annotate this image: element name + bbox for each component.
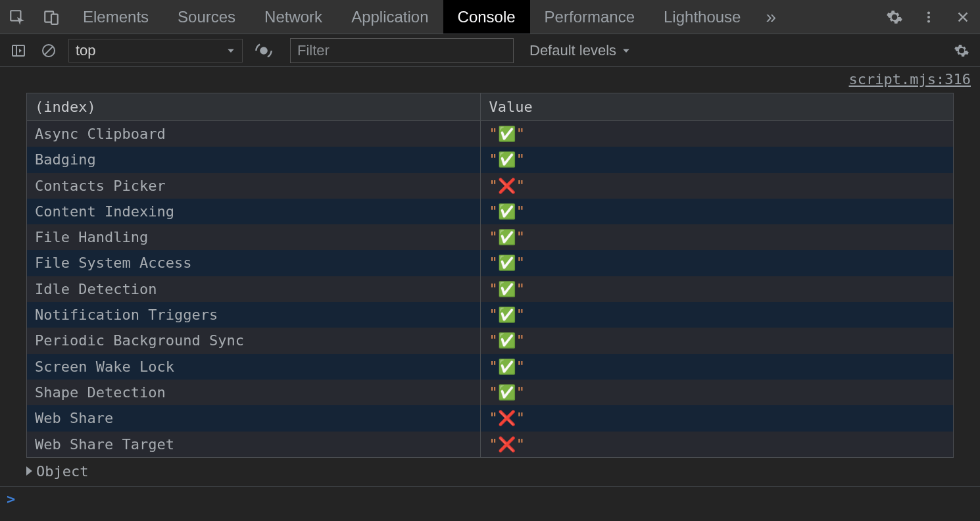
filter-input[interactable] bbox=[290, 38, 514, 63]
table-cell-index: Shape Detection bbox=[27, 380, 481, 405]
table-cell-value: "✅" bbox=[481, 147, 953, 172]
table-cell-value: "❌" bbox=[481, 405, 953, 431]
object-expand-row[interactable]: Object bbox=[26, 460, 980, 486]
table-cell-value: "✅" bbox=[481, 328, 953, 353]
svg-point-5 bbox=[927, 20, 930, 22]
table-cell-value: "✅" bbox=[481, 121, 953, 147]
table-cell-value: "❌" bbox=[481, 432, 953, 457]
table-cell-index: Idle Detection bbox=[27, 276, 481, 302]
table-cell-index: Screen Wake Lock bbox=[27, 354, 481, 380]
clear-console-icon[interactable] bbox=[36, 37, 62, 64]
execution-context-value: top bbox=[76, 42, 96, 59]
tab-sources[interactable]: Sources bbox=[163, 0, 250, 34]
dropdown-caret-icon bbox=[226, 46, 235, 55]
table-row[interactable]: Periodic Background Sync"✅" bbox=[27, 328, 953, 353]
tab-lighthouse[interactable]: Lighthouse bbox=[649, 0, 755, 34]
table-header-index[interactable]: (index) bbox=[27, 93, 481, 121]
table-row[interactable]: Web Share"❌" bbox=[27, 405, 953, 431]
object-label: Object bbox=[36, 463, 88, 480]
table-cell-index: Periodic Background Sync bbox=[27, 328, 481, 353]
dropdown-caret-icon bbox=[622, 46, 631, 55]
table-row[interactable]: Web Share Target"❌" bbox=[27, 432, 953, 457]
tab-elements[interactable]: Elements bbox=[68, 0, 163, 34]
table-cell-value: "✅" bbox=[481, 302, 953, 328]
table-row[interactable]: Async Clipboard"✅" bbox=[27, 121, 953, 147]
tab-performance[interactable]: Performance bbox=[530, 0, 649, 34]
console-settings-gear-icon[interactable] bbox=[948, 37, 975, 64]
table-cell-index: File Handling bbox=[27, 224, 481, 250]
table-cell-index: Web Share Target bbox=[27, 432, 481, 457]
log-levels-label: Default levels bbox=[529, 42, 616, 59]
table-cell-index: Content Indexing bbox=[27, 199, 481, 224]
kebab-menu-icon[interactable] bbox=[912, 10, 946, 24]
console-output: script.mjs:316 (index) Value Async Clipb… bbox=[0, 67, 980, 486]
console-prompt[interactable]: > bbox=[0, 486, 980, 507]
prompt-caret: > bbox=[7, 491, 15, 507]
execution-context-select[interactable]: top bbox=[68, 39, 243, 62]
table-cell-value: "✅" bbox=[481, 224, 953, 250]
log-levels-select[interactable]: Default levels bbox=[529, 42, 631, 59]
table-cell-index: Web Share bbox=[27, 405, 481, 431]
svg-rect-2 bbox=[51, 14, 58, 24]
svg-point-3 bbox=[927, 11, 930, 14]
table-row[interactable]: File System Access"✅" bbox=[27, 250, 953, 276]
table-row[interactable]: Shape Detection"✅" bbox=[27, 380, 953, 405]
devtools-tabbar: ElementsSourcesNetworkApplicationConsole… bbox=[0, 0, 980, 34]
expand-triangle-icon bbox=[26, 466, 32, 476]
console-table: (index) Value Async Clipboard"✅"Badging"… bbox=[26, 93, 954, 458]
table-cell-index: Async Clipboard bbox=[27, 121, 481, 147]
table-cell-value: "✅" bbox=[481, 199, 953, 224]
table-cell-index: Badging bbox=[27, 147, 481, 172]
more-tabs-chevron[interactable]: » bbox=[755, 0, 787, 34]
table-row[interactable]: Content Indexing"✅" bbox=[27, 199, 953, 224]
table-cell-value: "❌" bbox=[481, 173, 953, 199]
tab-network[interactable]: Network bbox=[250, 0, 337, 34]
tab-console[interactable]: Console bbox=[443, 0, 530, 34]
live-expression-icon[interactable] bbox=[251, 37, 277, 64]
tabbar-right-tools bbox=[877, 0, 980, 34]
table-row[interactable]: File Handling"✅" bbox=[27, 224, 953, 250]
table-row[interactable]: Contacts Picker"❌" bbox=[27, 173, 953, 199]
table-row[interactable]: Notification Triggers"✅" bbox=[27, 302, 953, 328]
close-icon[interactable] bbox=[946, 10, 980, 24]
table-cell-index: Notification Triggers bbox=[27, 302, 481, 328]
table-cell-index: Contacts Picker bbox=[27, 173, 481, 199]
device-toggle-icon[interactable] bbox=[34, 0, 68, 34]
source-link[interactable]: script.mjs:316 bbox=[0, 67, 980, 93]
table-cell-value: "✅" bbox=[481, 380, 953, 405]
table-cell-value: "✅" bbox=[481, 250, 953, 276]
toggle-sidebar-icon[interactable] bbox=[5, 37, 32, 64]
table-row[interactable]: Badging"✅" bbox=[27, 147, 953, 172]
table-cell-value: "✅" bbox=[481, 354, 953, 380]
svg-point-8 bbox=[260, 47, 268, 55]
gear-icon[interactable] bbox=[877, 9, 912, 26]
svg-rect-6 bbox=[12, 45, 24, 56]
table-header-value[interactable]: Value bbox=[481, 93, 953, 121]
table-row[interactable]: Screen Wake Lock"✅" bbox=[27, 354, 953, 380]
console-toolbar: top Default levels bbox=[0, 34, 980, 67]
inspect-element-icon[interactable] bbox=[0, 0, 34, 34]
table-row[interactable]: Idle Detection"✅" bbox=[27, 276, 953, 302]
table-cell-index: File System Access bbox=[27, 250, 481, 276]
svg-point-4 bbox=[927, 15, 930, 18]
table-cell-value: "✅" bbox=[481, 276, 953, 302]
tab-application[interactable]: Application bbox=[337, 0, 443, 34]
